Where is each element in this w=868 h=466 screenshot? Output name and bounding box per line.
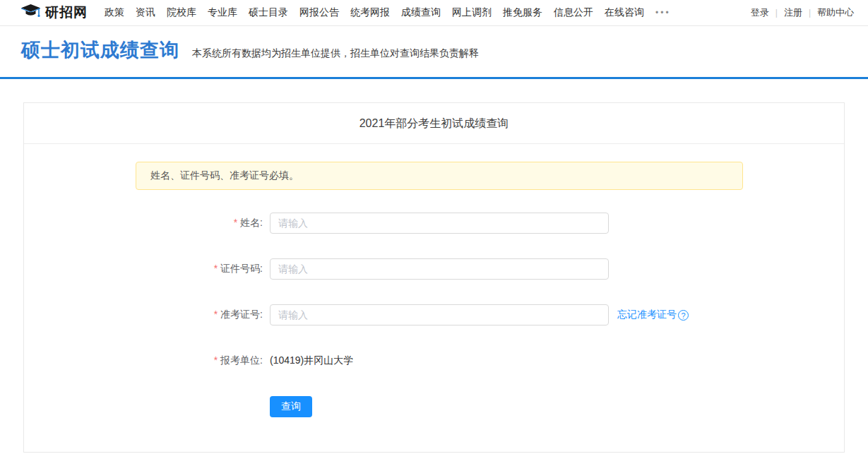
submit-row: 查询 [270, 396, 844, 417]
id-number-field-row: *证件号码: [24, 258, 844, 280]
page-title: 硕士初试成绩查询 [21, 37, 179, 63]
query-form: *姓名: *证件号码: *准考证号: 忘记准考证号 ? *报考单位: (1041… [24, 213, 844, 417]
required-fields-notice: 姓名、证件号码、准考证号必填。 [136, 162, 743, 190]
id-number-input[interactable] [270, 258, 609, 280]
nav-item-master-catalog[interactable]: 硕士目录 [249, 6, 288, 19]
nav-item-news[interactable]: 资讯 [136, 6, 155, 19]
page-header: 硕士初试成绩查询 本系统所有数据均为招生单位提供，招生单位对查询结果负责解释 [0, 26, 868, 79]
nav-item-online-notice[interactable]: 网报公告 [299, 6, 339, 19]
logo-text: 研招网 [45, 4, 88, 22]
question-mark-icon: ? [678, 310, 689, 321]
login-link[interactable]: 登录 [751, 6, 769, 19]
auth-links: 登录 | 注册 | 帮助中心 [751, 6, 854, 19]
score-query-card: 2021年部分考生初试成绩查询 姓名、证件号码、准考证号必填。 *姓名: *证件… [23, 102, 845, 453]
nav-item-exempt-service[interactable]: 推免服务 [503, 6, 542, 19]
id-number-label: *证件号码: [24, 263, 270, 275]
separator: | [775, 8, 778, 18]
nav-item-unified-exam[interactable]: 统考网报 [350, 6, 390, 19]
required-asterisk: * [214, 263, 218, 274]
nav-item-major-lib[interactable]: 专业库 [208, 6, 237, 19]
target-institution-value: (10419)井冈山大学 [270, 354, 353, 367]
target-institution-label: *报考单位: [24, 354, 270, 367]
nav-item-policy[interactable]: 政策 [105, 6, 124, 19]
card-body: 姓名、证件号码、准考证号必填。 *姓名: *证件号码: *准考证号: 忘记准考证… [24, 144, 844, 417]
nav-item-adjustment[interactable]: 网上调剂 [452, 6, 492, 19]
nav-item-college-lib[interactable]: 院校库 [167, 6, 196, 19]
target-institution-row: *报考单位: (10419)井冈山大学 [24, 350, 844, 371]
top-navigation-bar: 研招网 政策 资讯 院校库 专业库 硕士目录 网报公告 统考网报 成绩查询 网上… [0, 0, 868, 26]
page-subtitle: 本系统所有数据均为招生单位提供，招生单位对查询结果负责解释 [192, 47, 479, 60]
nav-item-online-consult[interactable]: 在线咨询 [605, 6, 644, 19]
admission-ticket-field-row: *准考证号: 忘记准考证号 ? [24, 304, 844, 325]
required-asterisk: * [234, 217, 237, 228]
help-center-link[interactable]: 帮助中心 [817, 6, 854, 19]
name-input[interactable] [270, 213, 609, 234]
nav-item-info-public[interactable]: 信息公开 [554, 6, 593, 19]
name-label: *姓名: [24, 217, 270, 229]
admission-ticket-label: *准考证号: [24, 309, 270, 321]
separator: | [809, 8, 811, 18]
forgot-ticket-link[interactable]: 忘记准考证号 ? [617, 309, 689, 321]
admission-ticket-input[interactable] [270, 304, 609, 325]
query-button[interactable]: 查询 [270, 396, 312, 417]
graduation-cap-icon [21, 4, 40, 23]
more-menu-icon[interactable]: ••• [655, 8, 671, 18]
required-asterisk: * [214, 309, 218, 320]
site-logo[interactable]: 研招网 [21, 4, 88, 23]
name-field-row: *姓名: [24, 213, 844, 234]
required-asterisk: * [214, 354, 218, 366]
card-title: 2021年部分考生初试成绩查询 [24, 103, 844, 144]
nav-item-score-query[interactable]: 成绩查询 [401, 6, 441, 19]
main-menu: 政策 资讯 院校库 专业库 硕士目录 网报公告 统考网报 成绩查询 网上调剂 推… [105, 6, 671, 19]
register-link[interactable]: 注册 [784, 6, 802, 19]
